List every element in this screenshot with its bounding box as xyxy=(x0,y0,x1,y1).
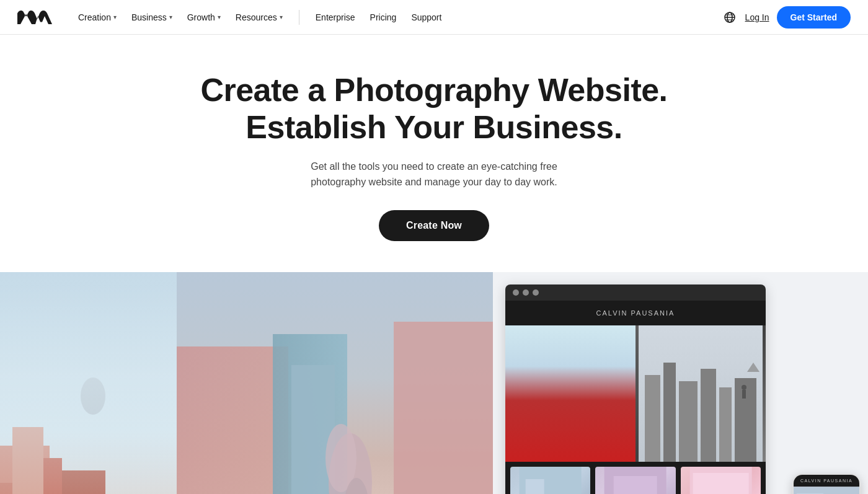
logo[interactable] xyxy=(17,11,52,24)
nav-divider xyxy=(299,10,299,25)
svg-rect-36 xyxy=(614,400,626,437)
svg-rect-26 xyxy=(508,325,632,462)
svg-rect-30 xyxy=(577,384,595,412)
pink-architecture-image xyxy=(0,272,177,494)
svg-rect-20 xyxy=(394,322,493,494)
svg-rect-32 xyxy=(530,400,542,437)
browser-split xyxy=(505,325,766,462)
svg-rect-19 xyxy=(177,346,288,494)
svg-rect-43 xyxy=(679,381,698,462)
nav-item-pricing[interactable]: Pricing xyxy=(364,9,403,26)
browser-image-right xyxy=(636,325,766,462)
browser-mockup: CALVIN PAUSANIA xyxy=(505,284,766,494)
hero-subtitle: Get all the tools you need to create an … xyxy=(285,159,583,190)
svg-rect-45 xyxy=(719,387,732,462)
sculpture-svg xyxy=(177,272,493,494)
language-button[interactable] xyxy=(722,9,738,25)
grey-city-svg xyxy=(636,325,766,462)
browser-content: CALVIN PAUSANIA xyxy=(505,301,766,462)
thumb-svg-1 xyxy=(510,467,590,494)
svg-rect-11 xyxy=(62,470,105,494)
red-maze-svg xyxy=(505,325,636,462)
chevron-down-icon: ▾ xyxy=(218,14,221,20)
mobile-site-name: CALVIN PAUSANIA xyxy=(794,475,859,487)
mobile-mockup: CALVIN PAUSANIA xyxy=(792,474,861,494)
browser-dot-2 xyxy=(523,289,529,296)
browser-dot-1 xyxy=(513,289,519,296)
svg-rect-5 xyxy=(0,272,177,494)
svg-rect-9 xyxy=(25,458,62,494)
svg-rect-27 xyxy=(521,387,539,412)
chevron-down-icon: ▾ xyxy=(169,14,172,20)
svg-point-6 xyxy=(81,377,105,415)
gallery-section: CALVIN PAUSANIA xyxy=(0,272,868,494)
gallery-right-mockups: CALVIN PAUSANIA xyxy=(493,272,868,494)
svg-rect-31 xyxy=(598,390,614,412)
nav-item-creation[interactable]: Creation ▾ xyxy=(72,9,123,26)
nav-item-support[interactable]: Support xyxy=(405,9,448,26)
nav-right: Log In Get Started xyxy=(722,6,851,29)
architecture-svg xyxy=(0,272,177,494)
thumb-svg-3 xyxy=(681,467,761,494)
svg-rect-13 xyxy=(12,427,43,494)
thumbnail-1 xyxy=(510,467,590,494)
browser-dot-3 xyxy=(533,289,539,296)
mobile-image xyxy=(794,487,859,494)
gallery-center-image xyxy=(177,272,493,494)
nav-item-business[interactable]: Business ▾ xyxy=(125,9,179,26)
svg-point-37 xyxy=(568,390,573,395)
svg-rect-34 xyxy=(564,403,577,437)
browser-thumbnails xyxy=(505,462,766,494)
svg-rect-44 xyxy=(701,369,716,462)
login-link[interactable]: Log In xyxy=(745,12,769,22)
mobile-img-svg xyxy=(794,487,859,494)
nav-item-growth[interactable]: Growth ▾ xyxy=(181,9,227,26)
nav-item-resources[interactable]: Resources ▾ xyxy=(229,9,289,26)
nav-item-enterprise[interactable]: Enterprise xyxy=(309,9,361,26)
svg-rect-56 xyxy=(794,487,859,494)
navigation: Creation ▾ Business ▾ Growth ▾ Resources… xyxy=(0,0,868,35)
get-started-button[interactable]: Get Started xyxy=(777,6,851,29)
chevron-down-icon: ▾ xyxy=(113,14,117,20)
svg-rect-35 xyxy=(580,406,595,437)
gallery-left-image xyxy=(0,272,177,494)
svg-rect-39 xyxy=(508,431,632,462)
svg-rect-7 xyxy=(0,446,50,494)
hero-section: Create a Photography Website. Establish … xyxy=(0,35,868,272)
svg-rect-51 xyxy=(526,479,544,494)
svg-rect-55 xyxy=(693,473,748,494)
svg-rect-41 xyxy=(645,375,660,462)
svg-rect-29 xyxy=(561,394,574,412)
svg-rect-53 xyxy=(614,476,657,494)
browser-site-name: CALVIN PAUSANIA xyxy=(505,301,766,325)
thumbnail-3 xyxy=(681,467,761,494)
hero-title: Create a Photography Website. Establish … xyxy=(200,72,667,146)
globe-icon xyxy=(724,12,735,23)
svg-rect-8 xyxy=(0,483,74,494)
nav-links: Creation ▾ Business ▾ Growth ▾ Resources… xyxy=(72,9,722,26)
browser-bar xyxy=(505,284,766,301)
thumb-svg-2 xyxy=(595,467,675,494)
create-now-button[interactable]: Create Now xyxy=(379,210,489,241)
svg-rect-48 xyxy=(742,390,746,399)
browser-image-left xyxy=(505,325,636,462)
thumbnail-2 xyxy=(595,467,675,494)
svg-rect-33 xyxy=(546,406,555,437)
chevron-down-icon: ▾ xyxy=(280,14,283,20)
svg-rect-38 xyxy=(569,395,572,404)
svg-point-47 xyxy=(742,385,746,390)
svg-rect-28 xyxy=(542,381,558,412)
wix-logo-icon xyxy=(17,11,52,24)
svg-rect-42 xyxy=(663,363,676,462)
